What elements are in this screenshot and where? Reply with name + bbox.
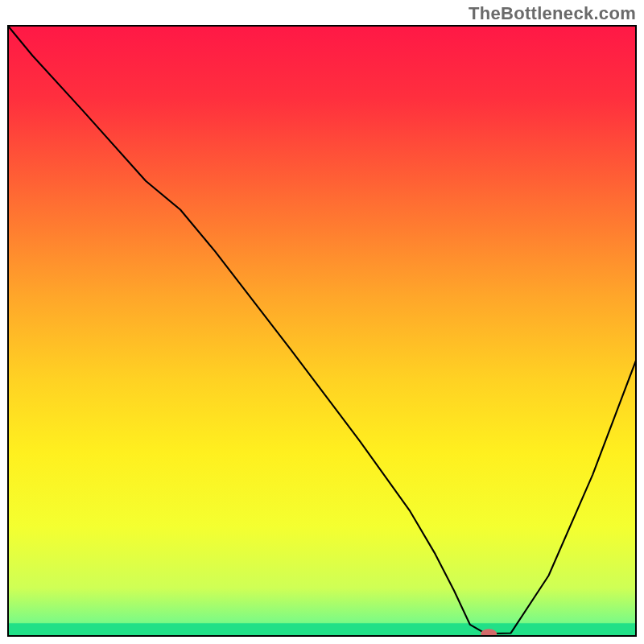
chart-svg [7, 25, 637, 637]
watermark-label: TheBottleneck.com [469, 3, 636, 24]
chart-frame [7, 25, 637, 637]
green-band [7, 623, 637, 637]
gradient-background [7, 25, 637, 637]
chart-stage: TheBottleneck.com [0, 0, 644, 644]
